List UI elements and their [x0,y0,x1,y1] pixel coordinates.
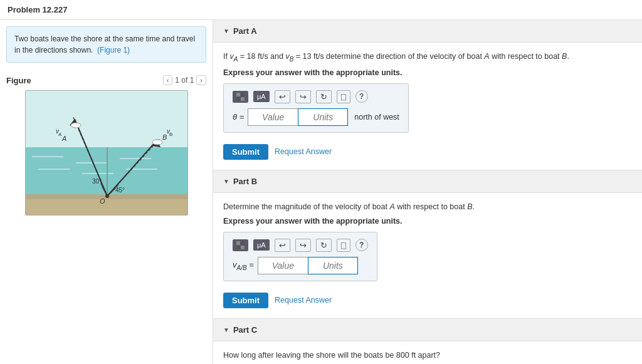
part-a-request-answer-link[interactable]: Request Answer [275,147,332,156]
svg-rect-7 [26,197,188,216]
part-a-question: If vA = 18 ft/s and vB = 13 ft/s determi… [223,50,632,65]
part-b-input-label: vA/B = [233,260,254,271]
mu-button-a[interactable]: μA [253,91,270,102]
undo-button-a[interactable]: ↩ [275,90,290,103]
part-c-collapse-icon[interactable]: ▼ [223,326,229,333]
keyboard-button-a[interactable]: ⎕ [337,90,350,103]
undo-button-b[interactable]: ↩ [275,239,290,252]
part-a-units-input[interactable] [298,108,348,126]
svg-text:30°: 30° [92,178,102,185]
part-a-section: ▼ Part A If vA = 18 ft/s and vB = 13 ft/… [213,20,642,170]
part-b-submit-button[interactable]: Submit [223,293,268,308]
figure-section: Figure ‹ 1 of 1 › [6,75,206,216]
part-b-collapse-icon[interactable]: ▼ [223,178,229,185]
svg-text:45°: 45° [115,187,125,194]
figure-next-button[interactable]: › [196,75,206,85]
help-button-b[interactable]: ? [355,239,368,251]
part-b-value-input[interactable] [258,257,308,274]
part-a-collapse-icon[interactable]: ▼ [223,28,229,34]
part-b-section: ▼ Part B Determine the magnitude of the … [213,170,642,319]
part-a-toolbar: μA ↩ ↪ ↻ ⎕ ? [233,90,399,103]
part-c-title: Part C [233,325,257,335]
figure-svg: O A v A [26,91,188,216]
part-c-header: ▼ Part C [213,319,642,341]
svg-text:A: A [58,132,62,137]
part-a-suffix: north of west [354,113,399,122]
figure-title: Figure [6,76,31,85]
part-a-submit-button[interactable]: Submit [223,144,268,160]
part-b-body: Determine the magnitude of the velocity … [213,193,642,318]
part-b-title: Part B [233,177,257,186]
svg-text:B: B [169,132,172,137]
part-a-instruction: Express your answer with the appropriate… [223,68,632,77]
refresh-button-a[interactable]: ↻ [316,90,332,103]
svg-text:O: O [100,197,105,205]
figure-prev-button[interactable]: ‹ [163,75,173,85]
part-a-answer-box: μA ↩ ↪ ↻ ⎕ ? θ = north of west [223,83,409,133]
figure-nav: ‹ 1 of 1 › [163,75,206,85]
part-a-value-input[interactable] [248,108,298,126]
part-b-input-row: vA/B = [233,257,368,274]
figure-page: 1 of 1 [175,76,194,85]
part-c-body: How long after leaving the shore will th… [213,341,642,365]
part-b-button-row: Submit Request Answer [223,293,632,308]
part-a-button-row: Submit Request Answer [223,144,632,160]
part-b-question: Determine the magnitude of the velocity … [223,200,632,213]
redo-button-b[interactable]: ↪ [295,239,311,252]
refresh-button-b[interactable]: ↻ [316,239,332,252]
part-a-body: If vA = 18 ft/s and vB = 13 ft/s determi… [213,43,642,170]
part-c-question: How long after leaving the shore will th… [223,349,632,361]
part-b-header: ▼ Part B [213,170,642,193]
redo-button-a[interactable]: ↪ [295,90,311,103]
problem-title: Problem 12.227 [0,0,642,20]
svg-point-18 [71,123,81,128]
keyboard-button-b[interactable]: ⎕ [337,239,350,252]
part-a-input-label: θ = [233,112,244,122]
right-panel: ▼ Part A If vA = 18 ft/s and vB = 13 ft/… [213,20,642,364]
help-button-a[interactable]: ? [355,90,368,103]
part-a-input-row: θ = north of west [233,108,399,126]
grid-button-b[interactable] [233,239,248,251]
part-b-toolbar: μA ↩ ↪ ↻ ⎕ ? [233,239,368,252]
grid-button-a[interactable] [233,91,248,103]
svg-text:A: A [61,135,66,142]
svg-point-25 [152,140,162,145]
figure-link[interactable]: (Figure 1) [97,46,130,55]
part-b-instruction: Express your answer with the appropriate… [223,217,632,226]
figure-image: O A v A [25,90,188,216]
part-c-section: ▼ Part C How long after leaving the shor… [213,319,642,365]
part-a-header: ▼ Part A [213,20,642,43]
part-b-request-answer-link[interactable]: Request Answer [275,296,332,304]
part-b-units-input[interactable] [308,257,358,274]
left-panel: Two boats leave the shore at the same ti… [0,20,213,364]
part-a-title: Part A [233,26,257,36]
part-b-answer-box: μA ↩ ↪ ↻ ⎕ ? vA/B = [223,232,377,281]
figure-header: Figure ‹ 1 of 1 › [6,75,206,85]
problem-description: Two boats leave the shore at the same ti… [6,26,206,63]
mu-button-b[interactable]: μA [253,239,270,251]
